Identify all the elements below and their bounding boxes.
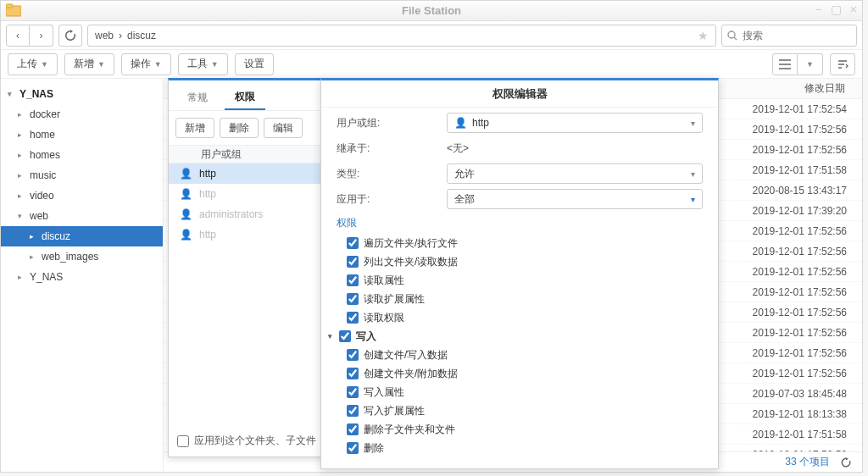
write-check[interactable]: 写入属性 xyxy=(347,383,703,401)
write-check[interactable]: 创建文件夹/附加数据 xyxy=(347,364,703,383)
tree-item-homes[interactable]: ▸homes xyxy=(1,145,163,165)
view-dropdown-button[interactable]: ▼ xyxy=(798,53,823,75)
favorite-icon[interactable]: ★ xyxy=(698,29,709,42)
breadcrumb[interactable]: web › discuz ★ xyxy=(87,25,716,47)
checkbox-write-group[interactable] xyxy=(339,330,351,342)
read-check[interactable]: 读取权限 xyxy=(347,308,703,327)
user-icon: 👤 xyxy=(179,188,192,200)
create-button[interactable]: 新增▼ xyxy=(64,53,114,75)
reload-icon[interactable] xyxy=(840,457,852,468)
write-check[interactable]: 创建文件/写入数据 xyxy=(347,346,703,364)
checkbox[interactable] xyxy=(347,405,359,417)
dialog-title: 权限编辑器 xyxy=(321,80,718,108)
write-check[interactable]: 删除子文件夹和文件 xyxy=(347,420,703,439)
search-box[interactable] xyxy=(721,25,857,47)
tree-item-ynas[interactable]: ▸Y_NAS xyxy=(1,267,163,287)
forward-button[interactable]: › xyxy=(30,25,53,47)
select-type[interactable]: 允许▾ xyxy=(447,163,703,184)
checkbox[interactable] xyxy=(347,442,359,454)
perm-edit-button[interactable]: 编辑 xyxy=(264,118,303,138)
tree-item-web[interactable]: ▾web xyxy=(1,206,163,226)
section-permissions: 权限 xyxy=(337,216,703,230)
perm-delete-button[interactable]: 删除 xyxy=(220,118,259,138)
view-list-button[interactable] xyxy=(772,53,798,75)
user-icon: 👤 xyxy=(179,208,192,220)
svg-point-2 xyxy=(728,31,735,38)
user-icon: 👤 xyxy=(179,168,192,180)
back-button[interactable]: ‹ xyxy=(6,25,30,47)
tree-item-discuz[interactable]: ▸discuz xyxy=(1,226,163,246)
checkbox[interactable] xyxy=(347,349,359,361)
nav-toolbar: ‹ › web › discuz ★ xyxy=(1,21,862,50)
checkbox[interactable] xyxy=(347,368,359,379)
tree-item-docker[interactable]: ▸docker xyxy=(1,104,163,125)
item-count: 33 个项目 xyxy=(785,455,830,469)
checkbox[interactable] xyxy=(347,256,359,268)
upload-button[interactable]: 上传▼ xyxy=(8,53,58,75)
checkbox[interactable] xyxy=(347,274,359,286)
refresh-button[interactable] xyxy=(58,25,82,47)
perm-user-row[interactable]: 👤administrators xyxy=(169,204,325,224)
read-check[interactable]: 列出文件夹/读取数据 xyxy=(347,252,703,271)
titlebar: File Station − ▢ × xyxy=(1,1,862,21)
perm-list-header: 用户或组 xyxy=(169,145,325,163)
tab-general[interactable]: 常规 xyxy=(177,85,218,110)
checkbox[interactable] xyxy=(347,386,359,398)
checkbox[interactable] xyxy=(347,423,359,435)
close-button[interactable]: × xyxy=(850,3,857,15)
apply-recursive[interactable]: 应用到这个文件夹、子文件 xyxy=(177,434,316,448)
properties-dialog: 常规 权限 新增 删除 编辑 用户或组 👤http👤http👤administr… xyxy=(168,78,326,457)
label-type: 类型: xyxy=(337,167,447,181)
permission-editor-dialog: 权限编辑器 用户或组: 👤http ▾ 继承于: <无> 类型: 允许▾ 应用于… xyxy=(320,78,719,469)
tab-permission[interactable]: 权限 xyxy=(225,85,265,110)
svg-rect-1 xyxy=(6,4,13,8)
apply-recursive-checkbox[interactable] xyxy=(177,435,189,447)
read-check[interactable]: 读取扩展属性 xyxy=(347,290,703,308)
col-modified[interactable]: 修改日期 xyxy=(804,81,845,96)
search-input[interactable] xyxy=(743,30,851,42)
label-inherit: 继承于: xyxy=(337,141,447,156)
select-user[interactable]: 👤http ▾ xyxy=(447,113,703,133)
breadcrumb-part[interactable]: web xyxy=(95,30,114,42)
minimize-button[interactable]: − xyxy=(815,3,822,15)
svg-line-3 xyxy=(734,37,737,40)
write-check[interactable]: 写入扩展属性 xyxy=(347,401,703,420)
label-user: 用户或组: xyxy=(337,116,447,130)
user-icon: 👤 xyxy=(454,117,467,129)
read-check[interactable]: 遍历文件夹/执行文件 xyxy=(347,234,703,252)
value-inherit: <无> xyxy=(447,141,469,156)
tree-item-home[interactable]: ▸home xyxy=(1,125,163,145)
settings-button[interactable]: 设置 xyxy=(235,53,274,75)
window-title: File Station xyxy=(402,4,461,17)
perm-user-row[interactable]: 👤http xyxy=(169,184,325,204)
perm-group-write[interactable]: ▾ 写入 xyxy=(328,327,703,346)
checkbox[interactable] xyxy=(347,312,359,324)
select-apply[interactable]: 全部▾ xyxy=(447,189,703,209)
user-icon: 👤 xyxy=(179,229,192,241)
tree-root[interactable]: ▾Y_NAS xyxy=(1,84,163,104)
perm-user-row[interactable]: 👤http xyxy=(169,163,325,184)
read-check[interactable]: 读取属性 xyxy=(347,271,703,290)
tools-button[interactable]: 工具▼ xyxy=(178,53,228,75)
tree-item-music[interactable]: ▸music xyxy=(1,165,163,185)
checkbox[interactable] xyxy=(347,237,359,249)
app-icon xyxy=(6,3,21,17)
checkbox[interactable] xyxy=(347,293,359,305)
search-icon xyxy=(727,30,737,41)
write-check[interactable]: 删除 xyxy=(347,439,703,457)
label-apply: 应用于: xyxy=(337,192,447,207)
maximize-button[interactable]: ▢ xyxy=(831,3,842,15)
perm-new-button[interactable]: 新增 xyxy=(175,118,214,138)
action-toolbar: 上传▼ 新增▼ 操作▼ 工具▼ 设置 ▼ xyxy=(1,50,862,79)
action-button[interactable]: 操作▼ xyxy=(121,53,171,75)
perm-user-row[interactable]: 👤http xyxy=(169,224,325,245)
sort-button[interactable] xyxy=(830,53,855,75)
tree-item-video[interactable]: ▸video xyxy=(1,185,163,206)
folder-tree: ▾Y_NAS ▸docker ▸home ▸homes ▸music ▸vide… xyxy=(1,79,164,472)
breadcrumb-sep: › xyxy=(119,30,122,42)
breadcrumb-part[interactable]: discuz xyxy=(127,30,156,42)
tree-item-web-images[interactable]: ▸web_images xyxy=(1,246,163,267)
